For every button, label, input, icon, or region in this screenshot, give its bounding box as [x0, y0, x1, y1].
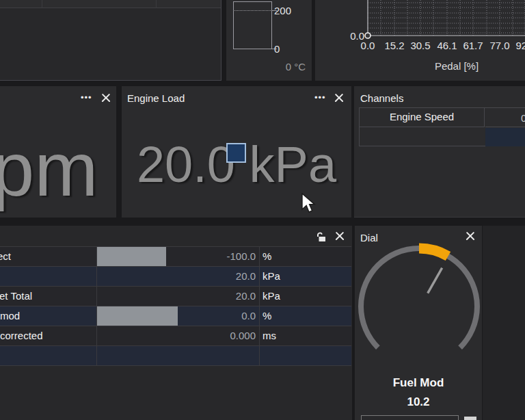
dial-highlight-arc [419, 248, 448, 256]
grid-header-strip [0, 0, 221, 8]
grid-column-divider [42, 0, 42, 8]
gauge-footer-label: 0 °C [286, 61, 306, 73]
close-icon[interactable] [100, 92, 111, 103]
x-axis-title: Pedal [%] [388, 60, 525, 72]
x-tick-label: 61.7 [459, 40, 487, 51]
panel-engine-load: Engine Load ••• 20.0 kPa [122, 86, 351, 218]
mouse-cursor [301, 193, 319, 215]
close-icon[interactable] [334, 231, 345, 241]
table-row[interactable]: 20.0 kPa [0, 267, 351, 287]
close-icon[interactable] [334, 92, 345, 103]
fuel-table: ect -100.0 % 20.0 kPa et Total 20.0 kPa … [0, 246, 351, 366]
gauge-marker-line [233, 10, 272, 11]
x-tick-label: 0.0 [354, 40, 381, 51]
panel-menu-icon[interactable]: ••• [314, 94, 326, 101]
gauge-plot-area [233, 1, 272, 49]
panel-title: Channels [360, 92, 403, 104]
dial-value: 10.2 [355, 395, 482, 409]
grid-column-divider [156, 0, 157, 8]
panel-fuel-table: ect -100.0 % 20.0 kPa et Total 20.0 kPa … [0, 226, 352, 420]
table-column-divider [96, 247, 97, 366]
x-tick-label: 30.5 [407, 40, 434, 51]
dial-input-button[interactable] [464, 417, 476, 420]
channels-header-value: 0 [521, 112, 525, 124]
channels-column-header[interactable]: Engine Speed [360, 108, 485, 127]
panel-dial: Dial Fuel Mod 10.2 [355, 226, 482, 420]
panel-menu-icon[interactable]: ••• [81, 94, 92, 101]
gauge-tick-label-min: 0 [274, 43, 301, 55]
table-row[interactable]: et Total 20.0 kPa [0, 287, 351, 306]
panel-rpm-display: ••• pm [0, 86, 116, 218]
workspace-background [483, 226, 525, 420]
table-row[interactable]: ect -100.0 % [0, 247, 351, 267]
channels-table: Engine Speed [359, 107, 525, 146]
dial-input-field[interactable] [361, 415, 459, 420]
panel-channels: Channels Engine Speed 0 [354, 86, 525, 218]
panel-temp-gauge: 200 0 0 °C [226, 0, 312, 81]
dial-gauge [355, 226, 482, 369]
panel-pedal-chart: 0.0 0.0 15.2 30.5 46.1 61.7 77.0 92.2 Pe… [315, 0, 525, 81]
panel-title: Engine Load [127, 92, 185, 104]
table-row[interactable]: mod 0.0 % [0, 306, 351, 326]
table-row[interactable]: corrected 0.000 ms [0, 326, 351, 346]
gauge-tick-label-max: 200 [274, 5, 301, 16]
drag-handle-square[interactable] [226, 143, 246, 163]
x-tick-label: 46.1 [433, 40, 461, 51]
x-tick-label: 15.2 [381, 40, 408, 51]
dial-needle [428, 268, 442, 293]
data-point-marker [365, 33, 371, 38]
dial-channel-label: Fuel Mod [355, 376, 482, 390]
table-row[interactable] [0, 346, 351, 366]
panel-top-left-grid [0, 0, 221, 81]
channels-selected-cell[interactable] [485, 128, 525, 146]
channels-value-header[interactable] [485, 108, 525, 127]
x-tick-label: 77.0 [486, 40, 513, 51]
unlock-icon[interactable] [315, 231, 327, 242]
rpm-value-text: pm [0, 131, 98, 208]
table-column-divider [259, 247, 260, 366]
x-tick-label: 92.2 [512, 40, 525, 51]
